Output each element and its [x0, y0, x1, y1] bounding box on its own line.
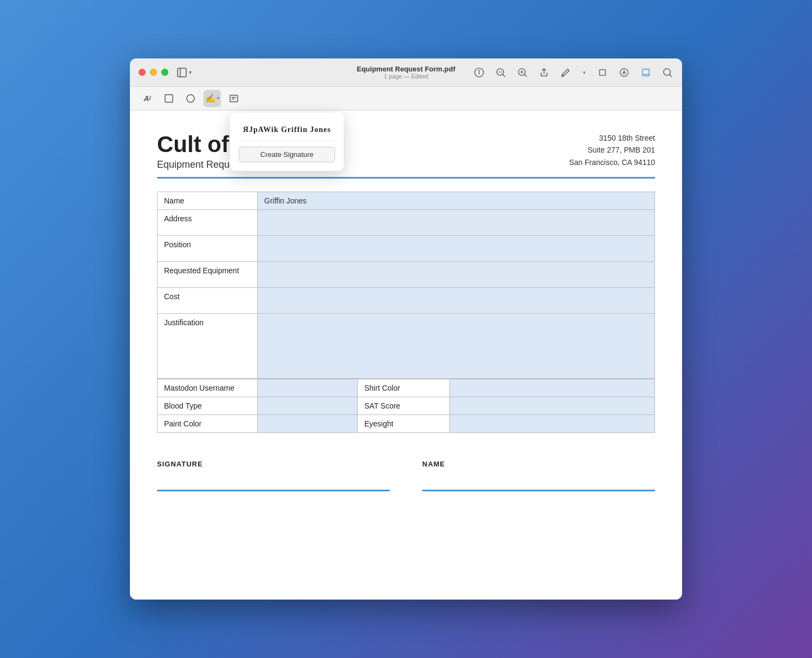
mastodon-label: Mastodon Username [158, 379, 258, 397]
svg-point-17 [664, 68, 671, 75]
shirt-color-label: Shirt Color [358, 379, 450, 397]
signature-name-display: ЯJpAWik Griffin Jones [239, 126, 335, 134]
name-block-label: NAME [422, 460, 655, 468]
justification-value[interactable] [258, 314, 655, 379]
justification-label: Justification [158, 314, 258, 379]
eyesight-label: Eyesight [358, 415, 450, 433]
address-line3: San Francisco, CA 94110 [569, 156, 655, 168]
svg-point-20 [187, 95, 194, 102]
mastodon-value[interactable] [258, 379, 358, 397]
markup-toolbar: AI ✍ ▾ ЯJpAWik Griffin Jones [130, 87, 682, 110]
form-table: Name Griffin Jones Address Position Requ… [157, 192, 655, 379]
markup-chevron-icon[interactable]: ▾ [581, 67, 587, 78]
window-title-block: Equipment Request Form.pdf 1 page — Edit… [357, 65, 455, 80]
svg-point-4 [479, 70, 479, 71]
signature-block-label: SIGNATURE [157, 460, 390, 468]
svg-rect-15 [643, 69, 650, 76]
shirt-color-value[interactable] [450, 379, 655, 397]
traffic-lights [139, 69, 168, 76]
document-content: Cult of Mac Equipment Request Form 3150 … [130, 110, 682, 600]
cost-label: Cost [158, 288, 258, 314]
name-value[interactable]: Griffin Jones [258, 192, 655, 210]
position-label: Position [158, 236, 258, 262]
table-row: Paint Color Eyesight [158, 415, 655, 433]
document-title-block: Cult of Mac Equipment Request Form [157, 132, 569, 170]
eyesight-value[interactable] [450, 415, 655, 433]
name-underline [422, 490, 655, 491]
table-row: Position [158, 236, 655, 262]
signature-tool-chevron: ▾ [217, 96, 219, 101]
svg-rect-12 [600, 69, 606, 75]
svg-line-9 [525, 74, 527, 77]
rect-select-button[interactable] [160, 90, 178, 107]
table-row: Cost [158, 288, 655, 314]
text-recog-icon[interactable] [618, 67, 630, 78]
pencil-highlight-icon[interactable] [640, 67, 652, 78]
title-bar: ▾ Equipment Request Form.pdf 1 page — Ed… [130, 58, 682, 87]
markup-icon[interactable] [560, 67, 572, 78]
address-label: Address [158, 210, 258, 236]
name-label: Name [158, 192, 258, 210]
svg-rect-0 [178, 68, 186, 77]
svg-line-18 [670, 74, 672, 77]
circle-tool-button[interactable] [182, 90, 199, 107]
signature-section: SIGNATURE NAME [157, 455, 655, 491]
document-divider [157, 177, 655, 179]
share-icon[interactable] [538, 67, 550, 78]
maximize-button[interactable] [161, 69, 168, 76]
table-row: Name Griffin Jones [158, 192, 655, 210]
signature-tool-button[interactable]: ✍ ▾ [204, 90, 221, 107]
sidebar-chevron: ▾ [189, 69, 192, 75]
signature-block: SIGNATURE [157, 460, 390, 491]
address-line2: Suite 277, PMB 201 [569, 144, 655, 156]
svg-point-13 [620, 68, 628, 76]
ai-tool-button[interactable]: AI [139, 90, 156, 107]
blood-type-value[interactable] [258, 397, 358, 415]
create-signature-button[interactable]: Create Signature [239, 147, 335, 162]
sat-score-label: SAT Score [358, 397, 450, 415]
paint-color-value[interactable] [258, 415, 358, 433]
table-row: Blood Type SAT Score [158, 397, 655, 415]
table-row: Address [158, 210, 655, 236]
paint-color-label: Paint Color [158, 415, 258, 433]
table-row: Justification [158, 314, 655, 379]
svg-rect-19 [165, 95, 173, 102]
bottom-form-table: Mastodon Username Shirt Color Blood Type… [157, 379, 655, 433]
minimize-button[interactable] [150, 69, 157, 76]
title-right-icons: ▾ [473, 67, 673, 78]
window-subtitle: 1 page — Edited [357, 73, 455, 80]
window-title: Equipment Request Form.pdf [357, 65, 455, 73]
svg-rect-21 [230, 95, 238, 102]
crop-icon[interactable] [597, 67, 608, 78]
sidebar-toggle[interactable]: ▾ [177, 68, 192, 77]
document-main-title: Cult of Mac [157, 132, 569, 157]
address-value[interactable] [258, 210, 655, 236]
signature-popup: ЯJpAWik Griffin Jones Create Signature [230, 113, 344, 171]
table-row: Requested Equipment [158, 262, 655, 288]
zoom-out-icon[interactable] [495, 67, 507, 78]
position-value[interactable] [258, 236, 655, 262]
close-button[interactable] [139, 69, 146, 76]
info-icon[interactable] [473, 67, 485, 78]
signature-preview: ЯJpAWik Griffin Jones [239, 121, 335, 141]
requested-equipment-value[interactable] [258, 262, 655, 288]
sat-score-value[interactable] [450, 397, 655, 415]
table-row: Mastodon Username Shirt Color [158, 379, 655, 397]
signature-underline [157, 490, 390, 491]
address-line1: 3150 18th Street [569, 132, 655, 144]
document-subtitle: Equipment Request Form [157, 159, 569, 170]
svg-line-6 [503, 74, 506, 77]
app-window: ▾ Equipment Request Form.pdf 1 page — Ed… [130, 58, 682, 600]
text-field-tool-button[interactable] [225, 90, 243, 107]
name-block: NAME [422, 460, 655, 491]
zoom-in-icon[interactable] [516, 67, 528, 78]
cost-value[interactable] [258, 288, 655, 314]
search-icon[interactable] [662, 67, 673, 78]
document-address: 3150 18th Street Suite 277, PMB 201 San … [569, 132, 655, 168]
blood-type-label: Blood Type [158, 397, 258, 415]
requested-equipment-label: Requested Equipment [158, 262, 258, 288]
